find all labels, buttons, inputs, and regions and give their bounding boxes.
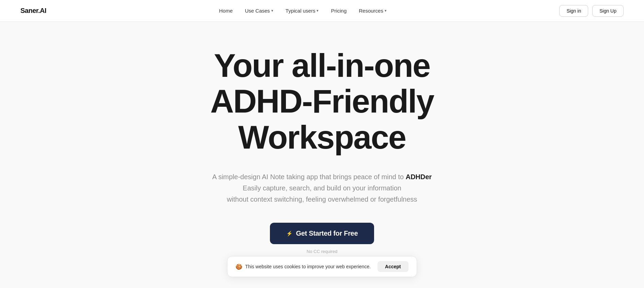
navbar: Saner.AI Home Use Cases ▾ Typical users … <box>0 0 644 22</box>
nav-item-resources[interactable]: Resources ▾ <box>359 8 387 14</box>
chevron-down-icon: ▾ <box>385 9 387 13</box>
cookie-message: 🍪 This website uses cookies to improve y… <box>236 264 371 270</box>
nav-item-typical-users[interactable]: Typical users ▾ <box>286 8 319 14</box>
chevron-down-icon: ▾ <box>271 9 273 13</box>
cta-wrapper: ⚡ Get Started for Free No CC required <box>270 223 374 254</box>
hero-title-line2: ADHD-Friendly Workspace <box>210 83 434 155</box>
nav-actions: Sign in Sign Up <box>559 5 624 17</box>
cookie-banner: 🍪 This website uses cookies to improve y… <box>227 256 417 277</box>
hero-subtitle-part3: without context switching, feeling overw… <box>227 196 417 203</box>
nav-links: Home Use Cases ▾ Typical users ▾ Pricing… <box>219 8 386 14</box>
nav-label-pricing: Pricing <box>331 8 347 14</box>
sign-up-button[interactable]: Sign Up <box>592 5 624 17</box>
brand-logo[interactable]: Saner.AI <box>20 7 46 15</box>
hero-section: Your all-in-one ADHD-Friendly Workspace … <box>0 0 644 288</box>
hero-title-line1: Your all-in-one <box>214 47 430 84</box>
nav-label-use-cases: Use Cases <box>245 8 270 14</box>
sign-in-button[interactable]: Sign in <box>559 5 588 17</box>
hero-subtitle-highlight: ADHDer <box>406 173 432 181</box>
cta-label: Get Started for Free <box>296 230 358 237</box>
nav-label-home: Home <box>219 8 232 14</box>
nav-label-typical-users: Typical users <box>286 8 316 14</box>
nav-item-pricing[interactable]: Pricing <box>331 8 347 14</box>
get-started-button[interactable]: ⚡ Get Started for Free <box>270 223 374 244</box>
cookie-text-content: This website uses cookies to improve you… <box>245 264 371 269</box>
nav-label-resources: Resources <box>359 8 383 14</box>
hero-subtitle-part1: A simple-design AI Note taking app that … <box>212 173 406 181</box>
hero-title: Your all-in-one ADHD-Friendly Workspace <box>135 48 509 155</box>
hero-subtitle: A simple-design AI Note taking app that … <box>212 171 432 205</box>
nav-item-home[interactable]: Home <box>219 8 232 14</box>
no-cc-text: No CC required <box>307 249 337 254</box>
flash-icon: ⚡ <box>286 231 293 237</box>
chevron-down-icon: ▾ <box>317 9 319 13</box>
cookie-icon: 🍪 <box>236 264 242 270</box>
accept-cookies-button[interactable]: Accept <box>377 261 408 272</box>
nav-item-use-cases[interactable]: Use Cases ▾ <box>245 8 273 14</box>
hero-subtitle-part2: Easily capture, search, and build on you… <box>243 184 401 192</box>
